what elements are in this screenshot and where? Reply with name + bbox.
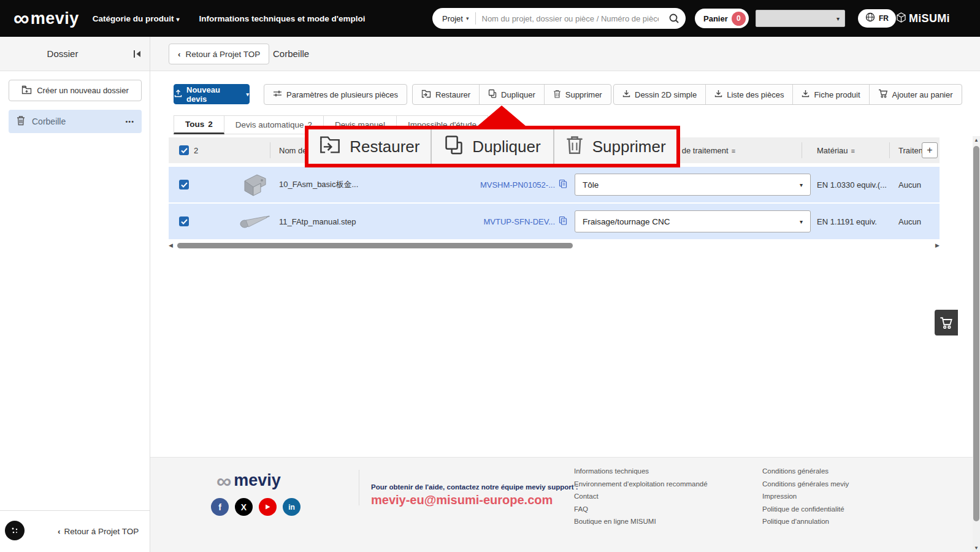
footer-link[interactable]: Politique d'annulation [762,518,849,525]
select-all-checkbox[interactable] [179,145,189,155]
add-column-button[interactable]: + [922,142,938,158]
footer-link[interactable]: FAQ [574,505,708,513]
footer-meviy-logo: ∞ meviy [216,471,281,490]
misumi-logo[interactable]: MiSUMi [897,0,950,37]
create-folder-label: Créer un nouveau dossier [37,86,129,95]
process-select[interactable]: Tôle▾ [575,174,811,196]
material-value: EN 1.1191 equiv. [817,217,892,226]
table-row[interactable]: 10_FAsm_basic板金... MVSHM-PN01052-... Tôl… [169,167,940,202]
duplicate-button[interactable]: Dupliquer [480,85,545,104]
download-icon [714,90,722,99]
footer-link[interactable]: Impression [762,493,849,500]
vertical-scrollbar[interactable]: ▲ ▼ [973,136,980,552]
table-row[interactable]: 11_FAtp_manual.step MVTUP-SFN-DEV... Fra… [169,204,940,239]
copy-icon[interactable] [559,179,567,191]
delete-button[interactable]: Supprimer [545,85,611,104]
cart-count-badge: 0 [732,12,746,26]
footer-link[interactable]: Conditions générales meviy [762,480,849,488]
trash-icon [565,135,584,159]
treatment-value: Aucun [898,180,921,190]
scroll-down-icon[interactable]: ▼ [973,545,980,551]
sort-icon[interactable]: ≡ [851,147,855,155]
footer-link[interactable]: Politique de confidentialité [762,505,849,513]
copy-icon[interactable] [559,216,567,228]
page-footer: ∞ meviy f X in Pour obtenir de l'aide, c… [150,457,973,552]
callout-delete-label: Supprimer [592,137,666,156]
meviy-infinity-icon: ∞ [216,472,231,489]
nav-product-category[interactable]: Catégorie du produit▾ [93,14,180,23]
horizontal-scroll-thumb[interactable] [177,243,573,248]
restore-button[interactable]: Restaurer [413,85,480,104]
search-scope-select[interactable]: Projet▾ [432,12,476,25]
chevron-down-icon: ▾ [800,218,803,225]
horizontal-scrollbar: ◀ ▶ [169,240,940,250]
x-twitter-icon[interactable]: X [235,498,253,516]
row-checkbox[interactable] [179,180,189,190]
account-select[interactable]: ▾ [756,10,845,27]
chevron-down-icon: ▾ [466,15,469,21]
tab-all[interactable]: Tous2 [174,115,224,134]
row-checkbox[interactable] [179,217,189,226]
process-select[interactable]: Fraisage/tournage CNC▾ [575,210,811,232]
folder-sidebar: Dossier Créer un nouveau dossier Corbeil… [0,37,150,552]
cookie-settings-button[interactable] [5,521,25,540]
multi-part-parameters-button[interactable]: Paramètres de plusieurs pièces [264,84,407,105]
column-header-material[interactable]: Matériau≡ [817,146,855,155]
restore-label: Restaurer [435,90,470,99]
sidebar-title: Dossier [0,48,125,59]
horizontal-scroll-track[interactable] [176,242,932,248]
download-icon [622,90,630,99]
back-to-project-top-link[interactable]: ‹Retour á Projet TOP [58,527,139,536]
back-to-project-top-button[interactable]: ‹ Retour á Projet TOP [169,44,269,64]
footer-link[interactable]: Boutique en ligne MISUMI [574,518,708,525]
new-quote-button[interactable]: Nouveau devis ▾ [174,84,250,104]
actions-zoom-callout: Restaurer Dupliquer Supprimer [305,126,680,167]
meviy-logo[interactable]: ∞ meviy [13,9,79,28]
support-intro-text: Pour obtenir de l'aide, contactez notre … [371,483,549,491]
cart-label: Panier [703,14,728,23]
footer-link[interactable]: Contact [574,493,708,500]
search-input[interactable] [476,14,663,23]
language-switcher[interactable]: FR [858,9,896,28]
callout-duplicate-button[interactable]: Dupliquer [432,129,555,164]
collapse-sidebar-icon[interactable] [125,50,150,58]
callout-delete-button[interactable]: Supprimer [554,129,676,164]
sort-icon[interactable]: ≡ [732,147,735,155]
callout-restore-button[interactable]: Restaurer [308,129,432,164]
facebook-icon[interactable]: f [211,498,229,516]
search-icon[interactable] [662,13,686,24]
callout-restore-label: Restaurer [350,137,419,156]
sidebar-item-trash[interactable]: Corbeille ••• [9,110,142,133]
folder-plus-icon [21,85,32,96]
trash-icon [16,115,26,128]
item-menu-icon[interactable]: ••• [125,118,134,125]
vertical-scroll-thumb[interactable] [973,146,979,521]
trash-icon [553,90,561,100]
create-folder-button[interactable]: Créer un nouveau dossier [9,80,142,101]
cart-button[interactable]: Panier 0 [695,9,749,28]
column-divider [802,142,802,158]
footer-link[interactable]: Informations techniques [574,467,708,475]
linkedin-icon[interactable]: in [283,498,301,516]
support-email-link[interactable]: meviy-eu@misumi-europe.com [371,493,549,507]
chevron-left-icon: ‹ [178,50,181,59]
part-number-link[interactable]: MVTUP-SFN-DEV... [457,217,555,226]
youtube-icon[interactable] [259,498,277,516]
footer-links-column-1: Informations techniques Environnement d'… [574,467,708,525]
simple-2d-drawing-button[interactable]: Dessin 2D simple [614,85,706,104]
part-number-link[interactable]: MVSHM-PN01052-... [457,180,555,190]
export-actions-group: Dessin 2D simple Liste des pièces Fiche … [613,84,962,105]
globe-icon [865,12,875,25]
cart-side-tab[interactable] [935,310,958,335]
duplicate-icon [444,134,464,159]
scroll-up-icon[interactable]: ▲ [973,137,980,143]
scroll-right-icon[interactable]: ▶ [932,242,940,248]
parts-list-button[interactable]: Liste des pièces [706,85,793,104]
product-sheet-button[interactable]: Fiche produit [793,85,869,104]
footer-link[interactable]: Conditions générales [762,467,849,475]
scroll-left-icon[interactable]: ◀ [169,242,176,248]
column-divider [270,142,270,158]
footer-link[interactable]: Environnement d'exploitation recommandé [574,480,708,488]
nav-technical-info[interactable]: Informations techniques et mode d'emploi [199,14,366,23]
add-to-cart-button[interactable]: Ajouter au panier [870,85,962,104]
